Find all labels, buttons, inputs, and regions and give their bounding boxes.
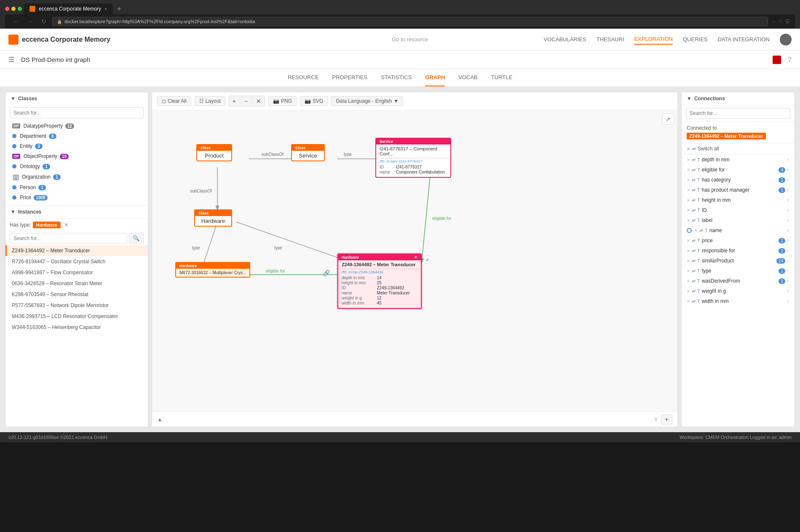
instance-search-button[interactable]: 🔍: [129, 233, 144, 243]
conn-filter-icon[interactable]: ▿: [787, 289, 789, 294]
conn-filter-icon[interactable]: ▿: [787, 228, 789, 233]
zoom-reset-button[interactable]: ✕: [252, 96, 265, 107]
graph-node-service-instance[interactable]: Service I241-8776317 – Component Conf...…: [375, 138, 451, 178]
graph-node-hardware-main[interactable]: Hardware ✕ Z249-1364492 – Meter Transduc…: [337, 254, 422, 309]
conn-remove-icon[interactable]: ✕: [687, 279, 690, 283]
conn-filter-icon[interactable]: ▿: [787, 268, 789, 274]
conn-filter-icon[interactable]: ▿: [787, 299, 789, 304]
connection-eligible-for[interactable]: ✕ ⇌ T eligible for 4 ▿: [682, 165, 795, 175]
forward-button[interactable]: →: [24, 17, 35, 26]
help-icon[interactable]: ?: [788, 56, 792, 64]
connection-width-in-mm[interactable]: ✕ ⇌ T width in mm ▿: [682, 296, 795, 306]
conn-remove-icon[interactable]: ✕: [687, 198, 690, 203]
instance-item-z249[interactable]: Z249-1364492 – Meter Transducer: [5, 245, 148, 256]
node-close-icon[interactable]: ✕: [414, 255, 417, 259]
instance-item-r726[interactable]: R726-8194447 – Oscillator Crystal Switch: [5, 256, 148, 267]
connection-was-derived-from[interactable]: ✕ ⇌ T wasDerivedFrom 1 ▿: [682, 276, 795, 286]
bookmark-icon[interactable]: ☆: [778, 19, 783, 24]
class-item-datatypeproperty[interactable]: DP DatatypeProperty 12: [5, 121, 148, 131]
nav-queries[interactable]: QUERIES: [683, 35, 708, 44]
graph-node-hardware-class[interactable]: Class Hardware: [194, 209, 232, 227]
connection-weight-in-g[interactable]: ✕ ⇌ T weight in g ▿: [682, 286, 795, 296]
tab-close-button[interactable]: ×: [104, 7, 107, 11]
connection-price[interactable]: ✕ ⇌ T price 1 ▿: [682, 235, 795, 246]
connection-has-product-manager[interactable]: ✕ ⇌ T has product manager 1 ▿: [682, 185, 795, 195]
conn-remove-icon[interactable]: ✕: [694, 228, 698, 233]
zoom-in-button[interactable]: +: [229, 96, 240, 107]
class-item-person[interactable]: Person 1: [5, 182, 148, 192]
minimize-window-dot[interactable]: [11, 7, 16, 11]
svg-button[interactable]: 📷 SVG: [300, 96, 328, 106]
conn-filter-icon[interactable]: ▿: [787, 187, 789, 193]
classes-panel-header[interactable]: ▼ Classes: [5, 92, 148, 105]
maximize-window-dot[interactable]: [18, 7, 22, 11]
conn-filter-icon[interactable]: ▿: [787, 238, 789, 243]
add-to-graph-button[interactable]: +: [661, 414, 672, 425]
tab-resource[interactable]: RESOURCE: [288, 69, 319, 86]
scroll-up-icon[interactable]: ▲: [157, 416, 163, 422]
zoom-out-button[interactable]: −: [241, 96, 252, 107]
sidebar-toggle-icon[interactable]: ☰: [8, 56, 14, 64]
connections-search-input[interactable]: [686, 108, 790, 119]
bookmark-red-button[interactable]: [773, 56, 781, 64]
connection-circle-toggle[interactable]: [687, 228, 692, 233]
conn-remove-icon[interactable]: ✕: [687, 299, 690, 304]
conn-filter-icon[interactable]: ▿: [787, 258, 789, 264]
graph-node-service-class[interactable]: Class Service: [291, 144, 325, 161]
nav-exploration[interactable]: EXPLORATION: [634, 34, 673, 45]
class-item-ontology[interactable]: Ontology 1: [5, 161, 148, 171]
conn-filter-icon[interactable]: ▿: [787, 177, 789, 183]
conn-remove-icon[interactable]: ✕: [687, 218, 690, 223]
switch-all-x-button[interactable]: ✕: [687, 147, 690, 151]
class-item-objectproperty[interactable]: OP ObjectProperty 10: [5, 151, 148, 161]
reload-button[interactable]: ↻: [39, 17, 49, 26]
filter-instances-icon[interactable]: ▿: [655, 416, 658, 422]
conn-remove-icon[interactable]: ✕: [687, 178, 690, 182]
conn-filter-icon[interactable]: ▿: [787, 157, 789, 163]
instance-search-input[interactable]: [10, 233, 127, 243]
nav-thesauri[interactable]: THESAURI: [597, 35, 624, 44]
nav-data-integration[interactable]: DATA INTEGRATION: [717, 35, 770, 44]
tab-vocab[interactable]: VOCAB: [458, 69, 478, 86]
node-expand-button[interactable]: ✓: [423, 255, 432, 264]
connection-height-in-mm[interactable]: ✕ ⇌ T height in mm ▿: [682, 195, 795, 205]
class-item-department[interactable]: Department 8: [5, 131, 148, 141]
conn-remove-icon[interactable]: ✕: [687, 168, 690, 172]
tab-statistics[interactable]: STATISTICS: [381, 69, 412, 86]
instance-item-0636[interactable]: 0636-3428529 – Resonator Strain Meter: [5, 278, 148, 289]
instance-item-w344[interactable]: W344-5163065 – Heisenberg Capacitor: [5, 322, 148, 333]
instance-item-m436[interactable]: M436-2993715 – LCD Resonator Compensator: [5, 311, 148, 322]
conn-remove-icon[interactable]: ✕: [687, 289, 690, 294]
graph-canvas[interactable]: ↗ subClassOf type subClassOf type: [152, 110, 677, 427]
conn-filter-icon[interactable]: ▿: [787, 218, 789, 223]
new-tab-button[interactable]: +: [115, 5, 123, 13]
instance-item-p577[interactable]: P577-5587693 – Network Dipole Memristor: [5, 300, 148, 311]
address-bar[interactable]: 🔒 docker.local/explore?graph=http%3A%2F%…: [52, 17, 768, 26]
conn-remove-icon[interactable]: ✕: [687, 188, 690, 192]
clear-has-type-button[interactable]: ✕: [62, 221, 70, 229]
conn-remove-icon[interactable]: ✕: [687, 269, 690, 273]
expand-graph-button[interactable]: ↗: [662, 114, 674, 125]
expand-instances-icon[interactable]: ▼: [11, 209, 16, 215]
connection-similar-product[interactable]: ✕ ⇌ T similarProduct 14 ▿: [682, 256, 795, 266]
app-search-placeholder[interactable]: Go to resource: [276, 36, 543, 43]
graph-node-hardware-small[interactable]: Hardware M672-3016632 – Multiplexer Crys…: [175, 262, 250, 278]
extensions-icon[interactable]: ···: [771, 19, 776, 24]
nav-vocabularies[interactable]: VOCABULARIES: [544, 35, 586, 44]
graph-link-icon[interactable]: 🔗: [323, 270, 330, 276]
conn-remove-icon[interactable]: ✕: [687, 208, 690, 213]
back-button[interactable]: ←: [10, 17, 21, 26]
connection-responsible-for[interactable]: ✕ ⇌ T responsible for 1 ▿: [682, 246, 795, 256]
conn-remove-icon[interactable]: ✕: [687, 249, 690, 253]
tab-turtle[interactable]: TURTLE: [491, 69, 512, 86]
conn-filter-icon[interactable]: ▿: [787, 167, 789, 173]
conn-remove-icon[interactable]: ✕: [687, 259, 690, 263]
conn-remove-icon[interactable]: ✕: [687, 238, 690, 243]
instance-item-a998[interactable]: A998-9941987 – Flow Compensator: [5, 267, 148, 278]
connection-name[interactable]: ✕ ⇌ T name ▿: [682, 225, 795, 235]
browser-tab-active[interactable]: eccenca Corporate Memory ×: [24, 3, 113, 14]
conn-filter-icon[interactable]: ▿: [787, 208, 789, 213]
classes-search-input[interactable]: [10, 107, 144, 118]
conn-filter-icon[interactable]: ▿: [787, 198, 789, 203]
layout-button[interactable]: ☷ Layout: [195, 96, 225, 106]
